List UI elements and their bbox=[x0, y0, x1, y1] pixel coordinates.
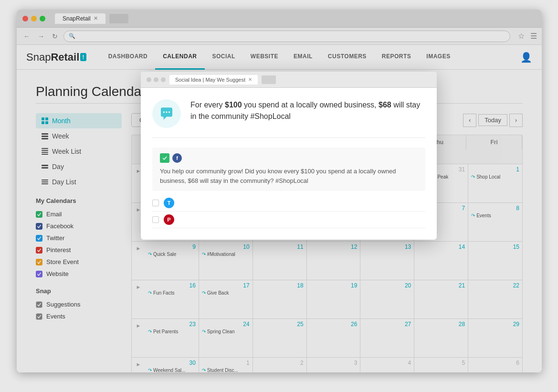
chat-icon bbox=[152, 99, 181, 128]
modal-dot-2 bbox=[154, 77, 158, 82]
suggestion-section: For every $100 you spend at a locally ow… bbox=[152, 99, 425, 138]
teal-check-icon bbox=[160, 153, 169, 163]
twitter-letter: T bbox=[168, 200, 171, 206]
social-icons-row: f bbox=[160, 153, 418, 163]
modal-window: Social Idea | May We Suggest ✕ bbox=[141, 72, 437, 240]
twitter-row-checkbox[interactable] bbox=[152, 200, 159, 206]
post-text: You help our community grow! Did you kno… bbox=[160, 167, 418, 185]
pinterest-icon: P bbox=[164, 214, 174, 225]
modal-tab-placeholder bbox=[262, 75, 276, 84]
modal-window-controls bbox=[147, 77, 166, 82]
twitter-icon: T bbox=[164, 198, 174, 208]
svg-point-2 bbox=[168, 111, 170, 113]
modal-titlebar: Social Idea | May We Suggest ✕ bbox=[141, 72, 437, 88]
browser-window: SnapRetail ✕ ← → ↻ 🔍 ☆ ☰ SnapRetail! DAS… bbox=[17, 10, 542, 372]
twitter-row[interactable]: T bbox=[152, 195, 425, 212]
suggestion-text: For every $100 you spend at a locally ow… bbox=[190, 99, 425, 128]
modal-overlay[interactable]: Social Idea | May We Suggest ✕ bbox=[17, 10, 542, 372]
svg-point-1 bbox=[166, 111, 167, 113]
modal-tab: Social Idea | May We Suggest ✕ bbox=[169, 75, 258, 85]
post-section: f You help our community grow! Did you k… bbox=[152, 148, 425, 191]
modal-title: Social Idea | May We Suggest bbox=[175, 77, 245, 83]
modal-body: For every $100 you spend at a locally ow… bbox=[141, 88, 437, 240]
modal-dot-1 bbox=[147, 77, 151, 82]
facebook-badge: f bbox=[172, 153, 182, 163]
modal-close-icon[interactable]: ✕ bbox=[248, 77, 252, 82]
pinterest-letter: P bbox=[167, 217, 170, 222]
svg-point-0 bbox=[163, 111, 165, 113]
modal-dot-3 bbox=[161, 77, 166, 82]
pinterest-row-checkbox[interactable] bbox=[152, 216, 159, 223]
pinterest-row[interactable]: P bbox=[152, 212, 425, 228]
